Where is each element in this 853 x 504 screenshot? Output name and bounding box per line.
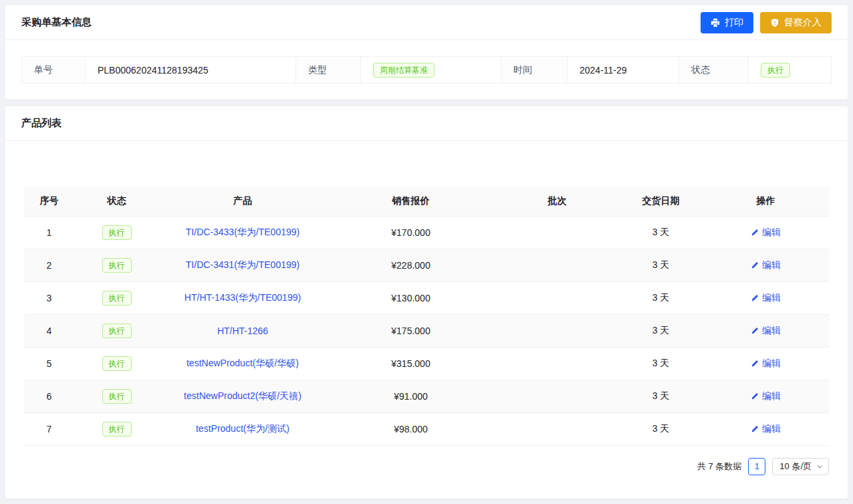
status-badge: 执行 xyxy=(102,389,132,404)
edit-button-label: 编辑 xyxy=(762,390,781,402)
edit-button[interactable]: 编辑 xyxy=(751,259,781,271)
status-badge: 执行 xyxy=(102,422,132,436)
supervise-button[interactable]: 督察介入 xyxy=(760,12,832,33)
shield-icon xyxy=(770,18,779,27)
page: 采购单基本信息 打印 督察介入 xyxy=(0,0,853,504)
cell-index: 6 xyxy=(24,380,74,412)
edit-button[interactable]: 编辑 xyxy=(751,423,781,435)
cell-price: ¥315.000 xyxy=(326,347,495,380)
cell-status: 执行 xyxy=(74,249,159,281)
edit-button-label: 编辑 xyxy=(762,358,781,370)
info-card-header: 采购单基本信息 打印 督察介入 xyxy=(5,5,848,40)
cell-action: 编辑 xyxy=(703,216,829,249)
col-header-product: 产品 xyxy=(159,186,326,216)
cell-action: 编辑 xyxy=(703,412,829,445)
cell-delivery: 3 天 xyxy=(619,281,703,314)
cell-index: 5 xyxy=(24,347,74,380)
cell-product: testNewProduct(华硕/华硕) xyxy=(159,347,326,380)
product-link[interactable]: HT/HT-1433(华为/TE00199) xyxy=(185,292,301,303)
page-size-label: 10 条/页 xyxy=(779,461,812,473)
order-type-label: 类型 xyxy=(296,57,361,84)
pencil-icon xyxy=(751,360,759,368)
product-link[interactable]: testNewProduct2(华硕/天禧) xyxy=(184,390,301,401)
cell-batch xyxy=(495,412,619,445)
order-no-value: PLB000620241128193425 xyxy=(86,57,296,84)
status-badge: 执行 xyxy=(102,356,132,371)
order-type-tag: 周期结算基准 xyxy=(373,63,435,78)
pencil-icon xyxy=(751,294,759,302)
cell-product: TI/DC-3433(华为/TE00199) xyxy=(159,216,326,249)
status-badge: 执行 xyxy=(102,258,132,273)
cell-price: ¥98.000 xyxy=(326,412,495,445)
edit-button[interactable]: 编辑 xyxy=(751,227,781,239)
product-card-title: 产品列表 xyxy=(21,117,62,130)
page-size-select[interactable]: 10 条/页 xyxy=(772,458,829,475)
status-badge: 执行 xyxy=(102,291,132,305)
table-row: 6 执行 testNewProduct2(华硕/天禧) ¥91.000 3 天 … xyxy=(24,380,829,412)
edit-button[interactable]: 编辑 xyxy=(751,292,781,304)
print-button[interactable]: 打印 xyxy=(701,12,753,33)
edit-button[interactable]: 编辑 xyxy=(751,390,781,402)
table-row: 7 执行 testProduct(华为/测试) ¥98.000 3 天 编辑 xyxy=(24,412,829,445)
cell-price: ¥130.000 xyxy=(326,281,495,314)
cell-status: 执行 xyxy=(74,314,159,347)
cell-action: 编辑 xyxy=(703,314,829,347)
order-status-value: 执行 xyxy=(749,57,832,84)
cell-product: TI/DC-3431(华为/TE00199) xyxy=(159,249,326,281)
cell-index: 1 xyxy=(24,216,74,249)
table-row: 2 执行 TI/DC-3431(华为/TE00199) ¥228.000 3 天… xyxy=(24,249,829,281)
edit-button-label: 编辑 xyxy=(762,325,781,337)
cell-index: 3 xyxy=(24,281,74,314)
edit-button[interactable]: 编辑 xyxy=(751,358,781,370)
product-link[interactable]: TI/DC-3433(华为/TE00199) xyxy=(186,227,299,237)
product-table: 序号 状态 产品 销售报价 批次 交货日期 操作 1 执行 TI/DC-3433… xyxy=(24,186,829,446)
cell-index: 2 xyxy=(24,249,74,281)
cell-index: 4 xyxy=(24,314,74,347)
order-no-label: 单号 xyxy=(22,57,86,84)
table-row: 4 执行 HT/HT-1266 ¥175.000 3 天 编辑 xyxy=(24,314,829,347)
product-card-header: 产品列表 xyxy=(5,106,848,141)
cell-product: HT/HT-1266 xyxy=(159,314,326,347)
chevron-down-icon xyxy=(816,463,823,470)
edit-button-label: 编辑 xyxy=(762,423,781,435)
cell-batch xyxy=(495,314,619,347)
cell-action: 编辑 xyxy=(703,249,829,281)
product-link[interactable]: testNewProduct(华硕/华硕) xyxy=(187,358,299,368)
edit-button[interactable]: 编辑 xyxy=(751,325,781,337)
table-row: 5 执行 testNewProduct(华硕/华硕) ¥315.000 3 天 … xyxy=(24,347,829,380)
cell-action: 编辑 xyxy=(703,281,829,314)
cell-status: 执行 xyxy=(74,347,159,380)
order-descriptions: 单号 PLB000620241128193425 类型 周期结算基准 时间 20… xyxy=(21,56,832,84)
edit-button-label: 编辑 xyxy=(762,259,781,271)
header-actions: 打印 督察介入 xyxy=(701,12,832,33)
cell-batch xyxy=(495,216,619,249)
cell-status: 执行 xyxy=(74,412,159,445)
col-header-batch: 批次 xyxy=(495,186,619,216)
cell-delivery: 3 天 xyxy=(619,216,703,249)
cell-status: 执行 xyxy=(74,380,159,412)
order-time-value: 2024-11-29 xyxy=(568,57,679,84)
product-link[interactable]: TI/DC-3431(华为/TE00199) xyxy=(186,259,299,270)
product-link[interactable]: HT/HT-1266 xyxy=(217,326,268,336)
cell-delivery: 3 天 xyxy=(619,412,703,445)
col-header-index: 序号 xyxy=(24,186,74,216)
product-link[interactable]: testProduct(华为/测试) xyxy=(196,423,289,434)
page-1-button[interactable]: 1 xyxy=(748,458,765,475)
purchase-info-card: 采购单基本信息 打印 督察介入 xyxy=(5,5,848,100)
order-time-label: 时间 xyxy=(501,57,568,84)
cell-action: 编辑 xyxy=(703,347,829,380)
cell-price: ¥228.000 xyxy=(326,249,495,281)
print-button-label: 打印 xyxy=(725,17,743,29)
order-type-value: 周期结算基准 xyxy=(361,57,501,84)
table-header-row: 序号 状态 产品 销售报价 批次 交货日期 操作 xyxy=(24,186,829,216)
cell-price: ¥175.000 xyxy=(326,314,495,347)
edit-button-label: 编辑 xyxy=(762,292,781,304)
cell-price: ¥91.000 xyxy=(326,380,495,412)
cell-price: ¥170.000 xyxy=(326,216,495,249)
cell-product: testProduct(华为/测试) xyxy=(159,412,326,445)
col-header-status: 状态 xyxy=(74,186,159,216)
supervise-button-label: 督察介入 xyxy=(784,17,822,29)
pagination: 共 7 条数据 1 10 条/页 xyxy=(24,457,829,477)
cell-delivery: 3 天 xyxy=(619,380,703,412)
edit-button-label: 编辑 xyxy=(762,227,781,239)
